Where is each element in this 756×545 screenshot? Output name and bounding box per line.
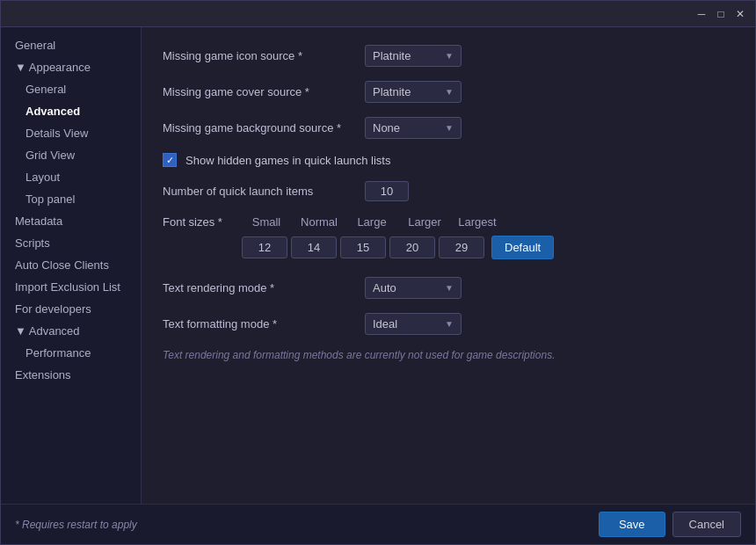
sidebar-item-performance[interactable]: Performance — [1, 342, 141, 364]
font-sizes-header: Font sizes * Small Normal Large Larger L… — [163, 215, 734, 229]
minimize-button[interactable]: ─ — [694, 6, 709, 22]
missing-icon-dropdown[interactable]: Platnite ▼ — [365, 45, 462, 67]
sidebar-item-metadata[interactable]: Metadata — [1, 210, 141, 232]
missing-cover-value: Platnite — [373, 85, 411, 98]
sidebar-item-auto-close[interactable]: Auto Close Clients — [1, 254, 141, 276]
sidebar-item-appearance[interactable]: ▼ Appearance — [1, 56, 141, 78]
sidebar-item-top-panel[interactable]: Top panel — [1, 188, 141, 210]
default-font-button[interactable]: Default — [491, 236, 554, 259]
missing-bg-arrow: ▼ — [445, 123, 454, 133]
cancel-button[interactable]: Cancel — [672, 512, 741, 537]
missing-bg-value: None — [373, 121, 400, 134]
sidebar-item-appearance-general[interactable]: General — [1, 78, 141, 100]
font-input-larger[interactable] — [389, 236, 435, 258]
font-inputs-row: Default — [163, 236, 734, 259]
font-sizes-label: Font sizes * — [163, 215, 242, 229]
quick-launch-label: Number of quick launch items — [163, 185, 365, 198]
save-button[interactable]: Save — [599, 512, 665, 537]
text-formatting-row: Text formatting mode * Ideal ▼ — [163, 313, 734, 335]
text-formatting-value: Ideal — [373, 317, 397, 331]
text-rendering-row: Text rendering mode * Auto ▼ — [163, 277, 734, 299]
text-rendering-arrow: ▼ — [445, 283, 454, 293]
show-hidden-games-row: Show hidden games in quick launch lists — [163, 153, 734, 167]
text-rendering-label: Text rendering mode * — [163, 281, 365, 294]
missing-bg-dropdown[interactable]: None ▼ — [365, 117, 462, 139]
font-col-normal: Normal — [294, 215, 344, 229]
font-col-small: Small — [242, 215, 291, 229]
text-formatting-dropdown[interactable]: Ideal ▼ — [365, 313, 462, 335]
sidebar-item-import-exclusion[interactable]: Import Exclusion List — [1, 276, 141, 298]
quick-launch-input[interactable]: 10 — [365, 181, 409, 201]
missing-icon-arrow: ▼ — [445, 51, 454, 61]
missing-cover-label: Missing game cover source * — [163, 85, 365, 98]
settings-window: ─ □ ✕ General ▼ Appearance General Advan… — [0, 0, 756, 545]
main-content: General ▼ Appearance General Advanced De… — [1, 27, 755, 504]
sidebar-item-scripts[interactable]: Scripts — [1, 232, 141, 254]
sidebar-item-advanced[interactable]: ▼ Advanced — [1, 320, 141, 342]
titlebar: ─ □ ✕ — [1, 1, 755, 27]
show-hidden-label: Show hidden games in quick launch lists — [185, 154, 390, 167]
font-input-largest[interactable] — [439, 236, 484, 258]
quick-launch-row: Number of quick launch items 10 — [163, 181, 734, 201]
hint-text: Text rendering and formatting methods ar… — [163, 349, 734, 361]
text-rendering-dropdown[interactable]: Auto ▼ — [365, 277, 462, 299]
maximize-button[interactable]: □ — [713, 6, 729, 22]
text-formatting-arrow: ▼ — [445, 319, 454, 329]
font-col-large: Large — [347, 215, 396, 229]
sidebar-item-grid-view[interactable]: Grid View — [1, 144, 141, 166]
missing-bg-row: Missing game background source * None ▼ — [163, 117, 734, 139]
font-input-normal[interactable] — [291, 236, 337, 258]
missing-icon-value: Platnite — [373, 49, 411, 62]
missing-bg-label: Missing game background source * — [163, 121, 365, 134]
missing-icon-label: Missing game icon source * — [163, 49, 365, 62]
bottom-bar: * Requires restart to apply Save Cancel — [1, 504, 755, 544]
sidebar-item-layout[interactable]: Layout — [1, 166, 141, 188]
missing-cover-dropdown[interactable]: Platnite ▼ — [365, 81, 462, 103]
font-input-large[interactable] — [340, 236, 386, 258]
text-rendering-value: Auto — [373, 281, 396, 294]
font-input-small[interactable] — [242, 236, 287, 258]
close-button[interactable]: ✕ — [732, 6, 748, 22]
action-buttons: Save Cancel — [599, 512, 741, 537]
sidebar-item-general[interactable]: General — [1, 34, 141, 56]
sidebar-item-appearance-advanced[interactable]: Advanced — [1, 100, 141, 122]
font-sizes-section: Font sizes * Small Normal Large Larger L… — [163, 215, 734, 259]
font-col-largest: Largest — [453, 215, 502, 229]
text-formatting-label: Text formatting mode * — [163, 317, 365, 331]
sidebar: General ▼ Appearance General Advanced De… — [1, 27, 142, 504]
missing-cover-row: Missing game cover source * Platnite ▼ — [163, 81, 734, 103]
sidebar-item-details-view[interactable]: Details View — [1, 122, 141, 144]
font-col-larger: Larger — [400, 215, 449, 229]
show-hidden-checkbox[interactable] — [163, 153, 177, 167]
sidebar-item-extensions[interactable]: Extensions — [1, 364, 141, 386]
missing-icon-row: Missing game icon source * Platnite ▼ — [163, 45, 734, 67]
font-col-labels: Small Normal Large Larger Largest — [242, 215, 502, 229]
sidebar-item-for-developers[interactable]: For developers — [1, 298, 141, 320]
missing-cover-arrow: ▼ — [445, 87, 454, 97]
restart-note: * Requires restart to apply — [15, 519, 137, 531]
content-area: Missing game icon source * Platnite ▼ Mi… — [142, 27, 755, 504]
